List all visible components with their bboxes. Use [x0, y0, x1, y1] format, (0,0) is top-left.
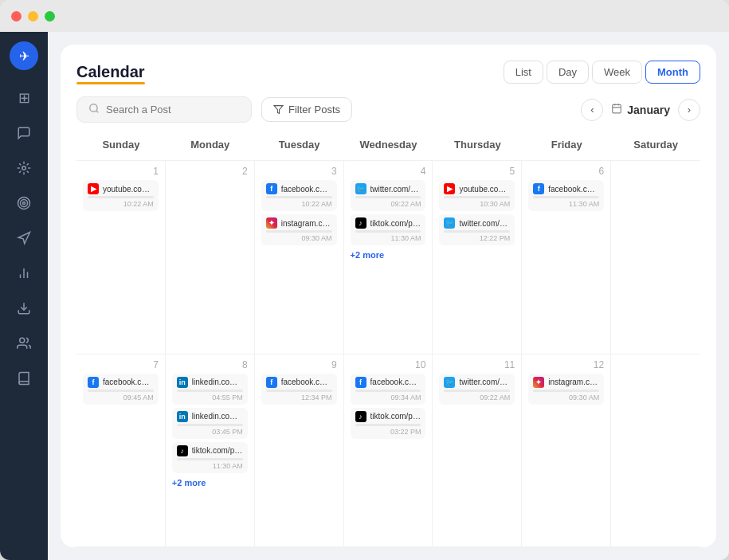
- post-url: facebook.com/post...: [370, 378, 421, 386]
- calendar-grid: Sunday Monday Tuesday Wednesday Thursday…: [76, 135, 700, 547]
- svg-point-2: [21, 200, 28, 207]
- post-item[interactable]: 🐦 twitter.com/post... 12:22 PM: [439, 214, 515, 245]
- post-item[interactable]: ♪ tiktok.com/post... 11:30 AM: [351, 214, 426, 245]
- svg-marker-11: [274, 106, 283, 114]
- sidebar-item-team[interactable]: [9, 328, 39, 358]
- main-content: Calendar List Day Week Month: [48, 32, 729, 560]
- post-time: 03:45 PM: [177, 428, 243, 436]
- cell-jan-5: 5 ▶ youtube.com/post... 10:30 AM: [433, 161, 522, 354]
- post-url: facebook.com/post...: [281, 185, 332, 194]
- post-time: 03:22 PM: [355, 428, 421, 436]
- post-item[interactable]: 🐦 twitter.com/post... 09:22 AM: [351, 180, 426, 211]
- post-url: facebook.com/post...: [281, 378, 332, 386]
- svg-point-3: [23, 202, 25, 205]
- facebook-icon: f: [266, 183, 277, 194]
- day-header-thursday: Thursday: [433, 135, 522, 154]
- more-link[interactable]: +2 more: [351, 249, 426, 261]
- cell-jan-10: 10 f facebook.com/post... 09:34 AM: [344, 354, 433, 547]
- toolbar-left: Filter Posts: [76, 96, 352, 123]
- maximize-button[interactable]: [45, 11, 55, 22]
- post-item[interactable]: in linkedin.com/post... 04:55 PM: [172, 374, 248, 405]
- twitter-icon: 🐦: [444, 217, 455, 229]
- post-item[interactable]: ▶ youtube.com/post... 10:22 AM: [83, 180, 159, 211]
- post-url: facebook.com/post...: [103, 378, 154, 386]
- close-button[interactable]: [11, 11, 22, 22]
- post-top: ▶ youtube.com/post...: [88, 183, 154, 194]
- filter-button[interactable]: Filter Posts: [261, 97, 352, 122]
- next-month-button[interactable]: ›: [678, 99, 700, 121]
- post-item[interactable]: ✦ instagram.com/post. 09:30 AM: [528, 374, 604, 405]
- post-item[interactable]: ▶ youtube.com/post... 10:30 AM: [439, 180, 515, 211]
- post-time: 04:55 PM: [177, 394, 243, 401]
- cell-jan-11: 11 🐦 twitter.com/post... 09:22 AM: [433, 354, 522, 547]
- post-url: twitter.com/post...: [370, 185, 421, 194]
- day-header-wednesday: Wednesday: [344, 135, 433, 154]
- sidebar-item-library[interactable]: [9, 363, 39, 394]
- instagram-icon: ✦: [266, 217, 277, 229]
- day-header-tuesday: Tuesday: [255, 135, 344, 154]
- minimize-button[interactable]: [28, 11, 38, 22]
- sidebar-item-dashboard[interactable]: ⊞: [9, 83, 39, 113]
- more-link[interactable]: +2 more: [172, 476, 248, 489]
- day-header-sunday: Sunday: [76, 135, 166, 154]
- post-time: 09:30 AM: [533, 394, 599, 401]
- search-input[interactable]: [106, 104, 240, 116]
- post-item[interactable]: f facebook.com/post... 11:30 AM: [528, 180, 604, 211]
- youtube-icon: ▶: [88, 183, 99, 194]
- view-month-button[interactable]: Month: [645, 61, 700, 84]
- post-item[interactable]: in linkedin.com/post... 03:45 PM: [172, 408, 248, 439]
- sidebar-item-download[interactable]: [9, 293, 39, 323]
- calendar-icon: [611, 103, 622, 116]
- nav-wrap: ‹ January ›: [581, 99, 700, 121]
- toolbar: Filter Posts ‹ January ›: [76, 96, 700, 123]
- prev-month-button[interactable]: ‹: [581, 99, 603, 121]
- post-time: 10:22 AM: [88, 200, 154, 208]
- post-url: youtube.com/post...: [103, 185, 154, 194]
- card-header: Calendar List Day Week Month: [76, 61, 700, 84]
- post-url: tiktok.com/post...: [192, 446, 243, 455]
- sidebar-logo[interactable]: ✈: [10, 41, 38, 70]
- search-icon: [88, 103, 100, 116]
- post-item[interactable]: 🐦 twitter.com/post... 09:22 AM: [439, 374, 515, 405]
- cell-jan-sat-1: [611, 161, 700, 354]
- facebook-icon: f: [266, 377, 277, 388]
- sidebar-item-messages[interactable]: [9, 118, 39, 148]
- post-url: instagram.com/post.: [548, 378, 599, 386]
- post-item[interactable]: f facebook.com/post... 12:34 PM: [261, 374, 337, 405]
- post-time: 12:34 PM: [266, 394, 332, 401]
- sidebar-item-network[interactable]: [9, 153, 39, 183]
- youtube-icon: ▶: [444, 183, 455, 194]
- post-time: 09:45 AM: [88, 394, 154, 401]
- cell-jan-9: 9 f facebook.com/post... 12:34 PM: [255, 354, 344, 547]
- post-item[interactable]: ♪ tiktok.com/post... 11:30 AM: [172, 442, 248, 473]
- page-title: Calendar: [76, 63, 145, 81]
- svg-line-10: [96, 111, 99, 113]
- cell-jan-1: 1 ▶ youtube.com/post... 10:22 AM: [76, 161, 166, 354]
- view-week-button[interactable]: Week: [592, 61, 642, 84]
- twitter-icon: 🐦: [444, 377, 455, 388]
- date-8: 8: [172, 359, 248, 370]
- linkedin-icon: in: [177, 411, 188, 422]
- sidebar-item-megaphone[interactable]: [9, 223, 39, 253]
- date-5: 5: [439, 166, 515, 177]
- post-item[interactable]: f facebook.com/post... 10:22 AM: [261, 180, 337, 211]
- tiktok-icon: ♪: [355, 217, 366, 229]
- svg-point-0: [22, 166, 26, 170]
- view-day-button[interactable]: Day: [547, 61, 589, 84]
- app-body: ✈ ⊞: [0, 32, 729, 560]
- post-url: linkedin.com/post...: [192, 378, 243, 386]
- post-item[interactable]: f facebook.com/post... 09:34 AM: [351, 374, 426, 405]
- sidebar-item-analytics[interactable]: [9, 258, 39, 288]
- post-item[interactable]: ✦ instagram.com/post. 09:30 AM: [261, 214, 337, 245]
- cell-jan-12: 12 ✦ instagram.com/post. 09:30 AM: [522, 354, 611, 547]
- filter-label: Filter Posts: [288, 104, 340, 116]
- post-url: youtube.com/post...: [459, 185, 510, 194]
- post-url: facebook.com/post...: [548, 185, 599, 194]
- post-time: 12:22 PM: [444, 234, 510, 242]
- sidebar-item-target[interactable]: [9, 188, 39, 218]
- post-item[interactable]: ♪ tiktok.com/post... 03:22 PM: [351, 408, 426, 439]
- post-item[interactable]: f facebook.com/post... 09:45 AM: [83, 374, 159, 405]
- post-url: twitter.com/post...: [459, 378, 510, 386]
- day-headers: Sunday Monday Tuesday Wednesday Thursday…: [76, 135, 700, 161]
- view-list-button[interactable]: List: [504, 61, 543, 84]
